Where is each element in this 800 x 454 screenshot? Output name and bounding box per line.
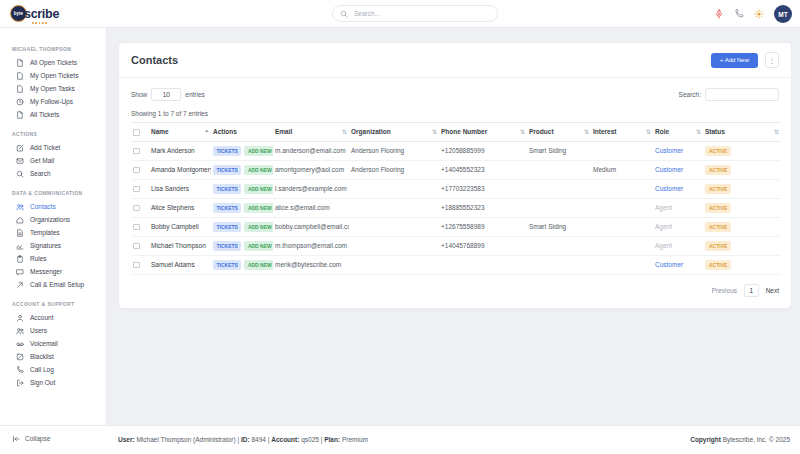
column-label: Status [705, 128, 725, 135]
contact-product-cell: Smart Siding [527, 141, 591, 160]
show-label: Show [131, 91, 147, 98]
avatar[interactable]: MT [774, 5, 792, 23]
pagination-page-1[interactable]: 1 [744, 284, 759, 297]
sidebar-item-label: My Open Tickets [30, 72, 78, 79]
pagination-previous[interactable]: Previous [712, 287, 737, 294]
sort-icon[interactable]: ⇅ [342, 128, 347, 135]
sidebar-item-voicemail[interactable]: Voicemail [0, 337, 106, 350]
tickets-button[interactable]: TICKETS [213, 241, 241, 251]
tickets-button[interactable]: TICKETS [213, 146, 241, 156]
collapse-sidebar-button[interactable]: Collapse [12, 435, 50, 443]
sidebar-item-signatures[interactable]: Signatures [0, 239, 106, 252]
contact-role-cell[interactable]: Customer [653, 141, 703, 160]
sidebar-item-contacts[interactable]: Contacts [0, 200, 106, 213]
sidebar-item-get-mail[interactable]: Get Mail [0, 154, 106, 167]
sidebar-section-title-data-communication: DATA & COMMUNICATION [12, 190, 106, 196]
tickets-button[interactable]: TICKETS [213, 165, 241, 175]
tickets-button[interactable]: TICKETS [213, 203, 241, 213]
sidebar-item-account[interactable]: Account [0, 311, 106, 324]
add-new-ticket-button[interactable]: ADD NEW [244, 260, 273, 270]
bytescribe-logo[interactable]: byte scribe [10, 5, 59, 22]
sidebar-item-call-log[interactable]: Call Log [0, 363, 106, 376]
microphone-icon[interactable] [714, 9, 724, 19]
column-header-phone-number[interactable]: Phone Number⇅ [439, 123, 527, 142]
add-new-ticket-button[interactable]: ADD NEW [244, 165, 273, 175]
sidebar-item-rules[interactable]: Rules [0, 252, 106, 265]
contact-email-cell: merik@bytescribe.com [273, 255, 349, 274]
row-checkbox[interactable] [133, 262, 140, 269]
row-checkbox[interactable] [133, 205, 140, 212]
sidebar-item-search[interactable]: Search [0, 167, 106, 180]
tickets-button[interactable]: TICKETS [213, 184, 241, 194]
row-checkbox[interactable] [133, 186, 140, 193]
column-header-organization[interactable]: Organization⇅ [349, 123, 439, 142]
contact-role-cell[interactable]: Customer [653, 255, 703, 274]
sidebar-item-all-tickets[interactable]: All Tickets [0, 108, 106, 121]
table-search-input[interactable] [705, 88, 779, 101]
sort-icon[interactable]: ⇅ [646, 128, 651, 135]
contact-role-cell[interactable]: Customer [653, 160, 703, 179]
add-new-ticket-button[interactable]: ADD NEW [244, 184, 273, 194]
tickets-button[interactable]: TICKETS [213, 222, 241, 232]
tickets-button[interactable]: TICKETS [213, 260, 241, 270]
collapse-icon [12, 435, 20, 443]
contact-organization-cell [349, 217, 439, 236]
sort-icon[interactable]: ⇅ [520, 128, 525, 135]
sidebar-item-my-open-tickets[interactable]: My Open Tickets [0, 69, 106, 82]
contact-organization-cell: Anderson Flooring [349, 160, 439, 179]
sidebar-item-call-email-setup[interactable]: Call & Email Setup [0, 278, 106, 291]
entries-select[interactable] [151, 88, 181, 101]
sidebar-item-label: Add Ticket [30, 144, 60, 151]
sidebar-item-messenger[interactable]: Messenger [0, 265, 106, 278]
sidebar-item-blacklist[interactable]: Blacklist [0, 350, 106, 363]
column-header-email[interactable]: Email⇅ [273, 123, 349, 142]
column-label: Role [655, 128, 669, 135]
contact-status-cell: ACTIVE [703, 141, 781, 160]
actions-cell: TICKETSADD NEW [211, 179, 273, 198]
sidebar-item-users[interactable]: Users [0, 324, 106, 337]
sort-icon[interactable]: ⇅ [584, 128, 589, 135]
phone-icon[interactable] [734, 9, 744, 19]
sort-ascending-icon[interactable]: ▲ [205, 128, 209, 133]
column-header-role[interactable]: Role⇅ [653, 123, 703, 142]
contact-email-cell: m.anderson@email.com [273, 141, 349, 160]
contact-phone-cell: +14045768899 [439, 236, 527, 255]
global-search-input[interactable] [352, 9, 482, 18]
sidebar-item-all-open-tickets[interactable]: All Open Tickets [0, 56, 106, 69]
add-new-ticket-button[interactable]: ADD NEW [244, 146, 273, 156]
row-checkbox[interactable] [133, 148, 140, 155]
page-icon [16, 72, 24, 80]
global-search[interactable] [332, 5, 498, 22]
column-header-product[interactable]: Product⇅ [527, 123, 591, 142]
sidebar-item-label: Get Mail [30, 157, 54, 164]
add-new-ticket-button[interactable]: ADD NEW [244, 241, 273, 251]
contact-role-cell[interactable]: Customer [653, 179, 703, 198]
sort-icon[interactable]: ⇅ [774, 128, 779, 135]
column-header-name[interactable]: Name▲ [149, 123, 211, 142]
contact-role-cell: Agent [653, 236, 703, 255]
column-header-status[interactable]: Status⇅ [703, 123, 781, 142]
sort-icon[interactable]: ⇅ [432, 128, 437, 135]
row-checkbox[interactable] [133, 243, 140, 250]
row-checkbox[interactable] [133, 167, 140, 174]
add-new-button[interactable]: + Add New [711, 53, 758, 68]
add-new-ticket-button[interactable]: ADD NEW [244, 222, 273, 232]
sidebar-item-my-open-tasks[interactable]: My Open Tasks [0, 82, 106, 95]
sun-icon[interactable] [754, 9, 764, 19]
sidebar-item-add-ticket[interactable]: Add Ticket [0, 141, 106, 154]
pagination-next[interactable]: Next [766, 287, 779, 294]
row-checkbox[interactable] [133, 224, 140, 231]
sidebar-item-sign-out[interactable]: Sign Out [0, 376, 106, 389]
sidebar-item-my-follow-ups[interactable]: My Follow-Ups [0, 95, 106, 108]
add-new-ticket-button[interactable]: ADD NEW [244, 203, 273, 213]
sort-icon[interactable]: ⇅ [696, 128, 701, 135]
sidebar-item-templates[interactable]: Templates [0, 226, 106, 239]
pagination: Previous 1 Next [119, 275, 791, 308]
sidebar-item-organizations[interactable]: Organizations [0, 213, 106, 226]
column-header-actions[interactable]: Actions [211, 123, 273, 142]
kebab-menu-button[interactable]: ⋮ [765, 52, 779, 68]
column-header-interest[interactable]: Interest⇅ [591, 123, 653, 142]
voicemail-icon [16, 340, 24, 348]
select-all-checkbox[interactable] [133, 129, 140, 136]
contact-name-cell: Samuel Adams [149, 255, 211, 274]
